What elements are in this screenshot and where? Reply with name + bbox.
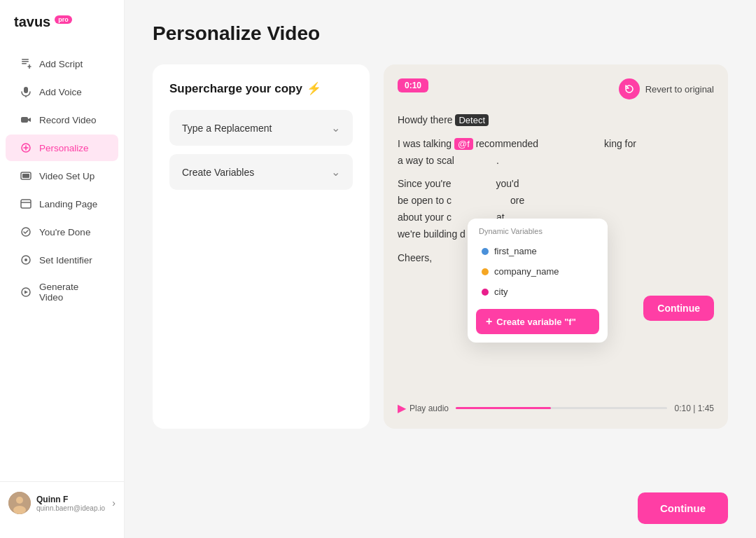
- sidebar-item-label: Video Set Up: [39, 171, 94, 181]
- continue-button[interactable]: Continue: [638, 492, 728, 524]
- sidebar-item-label: Generate Video: [39, 282, 104, 303]
- revert-label: Revert to original: [645, 84, 714, 95]
- audio-time-info: 0:10 | 1:45: [674, 404, 714, 413]
- play-label: Play audio: [410, 404, 449, 413]
- svg-rect-7: [21, 117, 28, 123]
- revert-button[interactable]: Revert to original: [619, 78, 714, 99]
- sidebar-item-label: Add Script: [39, 59, 83, 69]
- video-icon: [20, 170, 32, 182]
- sidebar-item-label: You're Done: [39, 227, 90, 237]
- lightning-icon: ⚡: [307, 81, 321, 96]
- bottom-bar: Continue: [125, 478, 756, 538]
- user-name: Quinn F: [36, 495, 106, 504]
- svg-point-18: [16, 497, 23, 504]
- sidebar-item-label: Set Identifier: [39, 255, 92, 265]
- transcript-highlight-detect: Detect: [455, 114, 489, 126]
- variable-item-city[interactable]: city: [476, 282, 599, 302]
- script-icon: [20, 57, 32, 70]
- video-timestamp: 0:10: [398, 78, 428, 92]
- variable-label: company_name: [494, 266, 559, 277]
- create-variable-button[interactable]: + Create variable "f": [476, 309, 599, 334]
- svg-rect-5: [24, 87, 28, 93]
- sidebar-item-label: Landing Page: [39, 199, 97, 209]
- left-panel: Supercharge your copy ⚡ Type a Replaceme…: [153, 64, 370, 429]
- personalize-icon: [20, 142, 32, 154]
- panel-title: Supercharge your copy ⚡: [169, 81, 353, 96]
- sidebar-item-video-set-up[interactable]: Video Set Up: [6, 163, 118, 189]
- variable-label: first_name: [494, 246, 537, 256]
- svg-rect-2: [22, 63, 27, 64]
- page-title: Personalize Video: [153, 22, 728, 45]
- progress-fill: [456, 407, 551, 409]
- dynamic-variables-popup: Dynamic Variables first_name company_nam…: [468, 219, 608, 343]
- transcript-line1-prefix: Howdy there: [398, 114, 455, 125]
- svg-rect-1: [22, 61, 29, 62]
- sidebar-item-add-script[interactable]: Add Script: [6, 50, 118, 77]
- avatar: [8, 492, 31, 514]
- accordion-create-variables[interactable]: Create Variables ⌄: [169, 154, 353, 190]
- svg-rect-0: [22, 59, 29, 60]
- variable-label: city: [494, 287, 508, 297]
- sidebar-item-generate-video[interactable]: Generate Video: [6, 275, 118, 310]
- landing-icon: [20, 198, 32, 210]
- play-audio-button[interactable]: ▶ Play audio: [398, 401, 449, 415]
- record-icon: [20, 113, 32, 126]
- variable-item-first-name[interactable]: first_name: [476, 241, 599, 261]
- accordion-label: Create Variables: [182, 167, 254, 178]
- dot-icon: [482, 289, 489, 296]
- logo: tavus pro: [0, 14, 124, 50]
- svg-rect-10: [22, 174, 29, 178]
- sidebar-item-set-identifier[interactable]: Set Identifier: [6, 247, 118, 273]
- continue-inline-button[interactable]: Continue: [643, 296, 714, 321]
- dynamic-variables-title: Dynamic Variables: [476, 227, 599, 235]
- done-icon: [20, 226, 32, 238]
- user-profile[interactable]: Quinn F quinn.baern@ideap.io ›: [0, 481, 124, 524]
- dot-icon: [482, 268, 489, 275]
- audio-progress-bar[interactable]: [456, 407, 667, 409]
- sidebar-item-landing-page[interactable]: Landing Page: [6, 191, 118, 217]
- sidebar: tavus pro Add Script Add Voice Record Vi…: [0, 0, 125, 538]
- plus-icon: +: [486, 315, 492, 328]
- accordion-label: Type a Replacement: [182, 123, 272, 134]
- user-email: quinn.baern@ideap.io: [36, 504, 106, 512]
- voice-icon: [20, 85, 32, 98]
- transcript-variable-f: @f: [454, 138, 473, 150]
- chevron-down-icon: ⌄: [331, 165, 340, 179]
- generate-icon: [20, 286, 32, 298]
- dot-icon: [482, 248, 489, 255]
- sidebar-item-label: Personalize: [39, 143, 89, 153]
- svg-point-15: [24, 258, 27, 261]
- audio-player: ▶ Play audio 0:10 | 1:45: [398, 401, 714, 415]
- sidebar-item-youre-done[interactable]: You're Done: [6, 219, 118, 245]
- variable-item-company-name[interactable]: company_name: [476, 261, 599, 282]
- logo-badge: pro: [55, 15, 72, 24]
- sidebar-item-personalize[interactable]: Personalize: [6, 134, 118, 161]
- accordion-type-replacement[interactable]: Type a Replacement ⌄: [169, 110, 353, 146]
- sidebar-item-add-voice[interactable]: Add Voice: [6, 78, 118, 105]
- chevron-down-icon: ⌄: [331, 121, 340, 134]
- user-info: Quinn F quinn.baern@ideap.io: [36, 495, 106, 512]
- sidebar-item-label: Add Voice: [39, 87, 82, 97]
- right-panel: 0:10 Revert to original Howdy there Dete…: [384, 64, 728, 429]
- play-icon: ▶: [398, 401, 406, 415]
- sidebar-item-record-video[interactable]: Record Video: [6, 106, 118, 133]
- identifier-icon: [20, 254, 32, 266]
- content-area: Supercharge your copy ⚡ Type a Replaceme…: [153, 64, 728, 429]
- logo-text: tavus: [14, 14, 50, 30]
- main-content: Personalize Video Supercharge your copy …: [125, 0, 756, 538]
- svg-point-19: [13, 506, 26, 514]
- chevron-right-icon: ›: [112, 497, 115, 509]
- svg-rect-11: [21, 200, 31, 208]
- sidebar-item-label: Record Video: [39, 115, 97, 125]
- revert-icon: [619, 78, 640, 99]
